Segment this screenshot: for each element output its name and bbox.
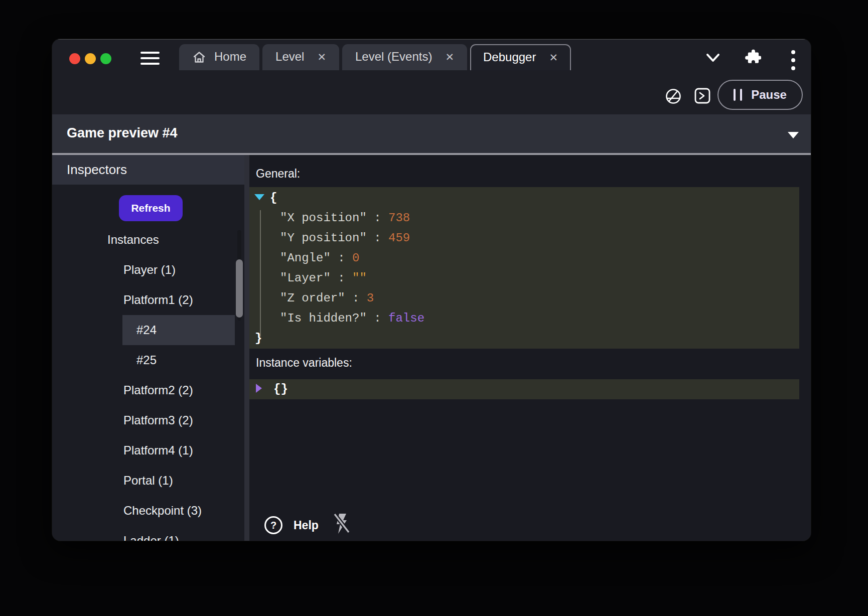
tab-close-icon[interactable]: ✕ (445, 51, 454, 63)
tab-label: Home (214, 50, 246, 64)
close-brace: } (255, 332, 262, 345)
help-button[interactable]: ? Help (263, 515, 319, 535)
json-key: "Angle" (280, 251, 331, 265)
app-window: HomeLevel✕Level (Events)✕Debugger✕ (52, 39, 811, 541)
game-preview-dropdown-icon[interactable] (788, 132, 799, 138)
json-colon: : (367, 312, 388, 325)
pause-button-label: Pause (751, 88, 787, 102)
content-area: Inspectors Refresh InstancesPlayer (1)Pl… (52, 155, 811, 541)
tab-home[interactable]: Home (179, 44, 259, 70)
tree-item-portal-1[interactable]: Portal (1) (52, 466, 244, 496)
tab-level[interactable]: Level✕ (262, 44, 339, 70)
instance-variables-value: {} (273, 379, 288, 399)
inspectors-header: Inspectors (52, 155, 244, 185)
general-json-viewer: { "X position" : 738"Y position" : 459"A… (249, 187, 799, 349)
tree-item-24[interactable]: #24 (52, 315, 244, 345)
extensions-puzzle-icon[interactable] (744, 48, 761, 65)
tab-close-icon[interactable]: ✕ (317, 51, 326, 63)
tree-item-label: Instances (107, 233, 159, 246)
json-key: "Y position" (280, 231, 367, 245)
json-value: "" (352, 271, 367, 285)
refresh-button[interactable]: Refresh (119, 195, 183, 221)
json-key: "Is hidden?" (280, 312, 367, 325)
tree-item-platform3-2[interactable]: Platform3 (2) (52, 405, 244, 435)
tab-label: Level (Events) (355, 50, 432, 64)
general-section-label: General: (256, 166, 300, 182)
json-colon: : (331, 251, 352, 265)
inspectors-sidebar: Inspectors Refresh InstancesPlayer (1)Pl… (52, 155, 244, 541)
help-button-label: Help (294, 519, 319, 532)
expand-collapse-icon[interactable] (256, 384, 262, 393)
flash-off-icon[interactable] (331, 512, 353, 535)
tree-item-label: Portal (1) (123, 474, 173, 487)
json-value: 0 (352, 251, 359, 265)
json-value: false (388, 312, 424, 325)
json-key: "Z order" (280, 291, 345, 305)
tab-strip: HomeLevel✕Level (Events)✕Debugger✕ (179, 44, 571, 70)
tree-item-ladder-1[interactable]: Ladder (1) (52, 526, 244, 541)
svg-text:?: ? (270, 520, 276, 531)
json-entry-z-order: "Z order" : 3 (249, 288, 799, 309)
json-entry-y-position: "Y position" : 459 (249, 228, 799, 248)
tree-item-label: Platform2 (2) (123, 383, 193, 397)
tree-item-label: Checkpoint (3) (123, 504, 202, 517)
home-icon (192, 50, 206, 64)
tab-label: Debugger (483, 50, 536, 64)
json-value: 459 (388, 231, 410, 245)
tree-item-label: Player (1) (123, 263, 176, 276)
help-question-icon: ? (263, 515, 283, 535)
tab-close-icon[interactable]: ✕ (549, 52, 558, 64)
tree-item-platform1-2[interactable]: Platform1 (2) (52, 285, 244, 315)
inspectors-header-label: Inspectors (67, 155, 127, 184)
chevron-down-icon[interactable] (705, 53, 721, 64)
json-colon: : (367, 211, 388, 225)
json-value: 738 (388, 211, 410, 225)
tree-item-platform4-1[interactable]: Platform4 (1) (52, 435, 244, 466)
profiler-gauge-icon[interactable] (665, 88, 682, 105)
tree-item-label: Platform4 (1) (123, 443, 193, 457)
console-icon[interactable] (694, 87, 711, 104)
inspector-main-panel: General: { "X position" : 738"Y position… (249, 155, 811, 541)
kebab-menu-icon[interactable] (790, 49, 797, 73)
window-controls (69, 53, 111, 64)
json-key: "X position" (280, 211, 367, 225)
instance-variables-label: Instance variables: (256, 355, 352, 371)
json-entry-angle: "Angle" : 0 (249, 248, 799, 268)
pause-button[interactable]: Pause (717, 80, 803, 110)
maximize-window-button[interactable] (100, 53, 111, 64)
tree-item-label: #24 (136, 323, 157, 337)
tree-item-instances[interactable]: Instances (52, 225, 244, 255)
vertical-splitter[interactable] (244, 155, 249, 541)
game-preview-title: Game preview #4 (67, 114, 178, 153)
json-colon: : (345, 291, 367, 305)
minimize-window-button[interactable] (85, 53, 96, 64)
json-entry-x-position: "X position" : 738 (249, 208, 799, 228)
json-value: 3 (367, 291, 374, 305)
tab-debugger[interactable]: Debugger✕ (470, 44, 571, 70)
open-brace: { (270, 191, 277, 205)
json-colon: : (367, 231, 388, 245)
instances-tree: InstancesPlayer (1)Platform1 (2)#24#25Pl… (52, 225, 244, 541)
json-entry-is-hidden: "Is hidden?" : false (249, 309, 799, 329)
tab-label: Level (275, 50, 304, 64)
help-row: ? Help (249, 512, 811, 538)
tree-item-platform2-2[interactable]: Platform2 (2) (52, 375, 244, 405)
tree-item-25[interactable]: #25 (52, 345, 244, 375)
tab-level-events[interactable]: Level (Events)✕ (342, 44, 467, 70)
instance-variables-viewer: {} (249, 379, 799, 399)
json-key: "Layer" (280, 271, 331, 285)
sidebar-scrollbar-thumb[interactable] (236, 259, 243, 318)
hamburger-menu-icon[interactable] (140, 52, 160, 68)
tree-item-label: Ladder (1) (123, 534, 179, 541)
json-entry-layer: "Layer" : "" (249, 268, 799, 288)
tree-item-player-1[interactable]: Player (1) (52, 255, 244, 285)
tree-item-label: #25 (136, 353, 157, 367)
close-window-button[interactable] (69, 53, 80, 64)
tree-item-checkpoint-3[interactable]: Checkpoint (3) (52, 496, 244, 526)
game-preview-bar: Game preview #4 (52, 114, 811, 153)
tree-item-label: Platform1 (2) (123, 293, 193, 306)
pause-icon (734, 89, 742, 101)
top-bar: HomeLevel✕Level (Events)✕Debugger✕ (52, 39, 811, 114)
json-colon: : (331, 271, 352, 285)
screenshot-stage: HomeLevel✕Level (Events)✕Debugger✕ (0, 0, 868, 616)
